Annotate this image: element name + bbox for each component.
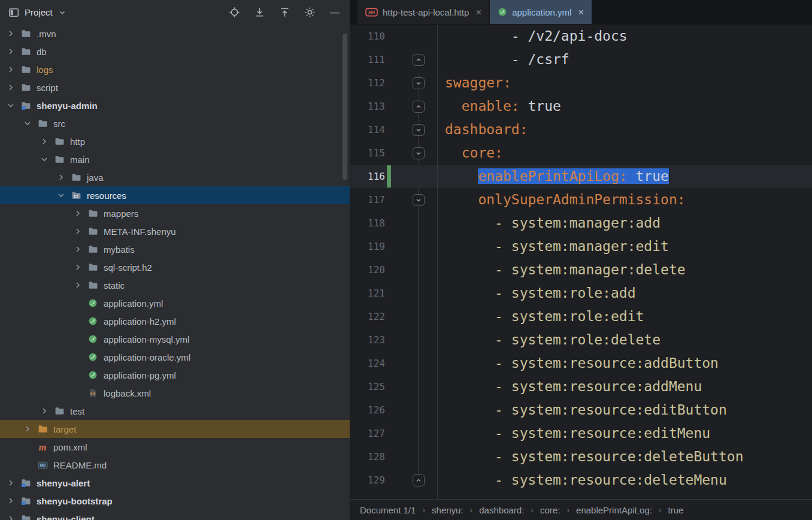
tree-item-logback.xml[interactable]: logback.xml [0,384,350,402]
chevron-down-icon[interactable] [54,188,68,202]
breadcrumb-item[interactable]: dashboard: [479,505,524,515]
chevron-right-icon[interactable] [4,62,18,77]
chevron-right-icon[interactable] [71,278,85,292]
code-line-118[interactable]: 118 - system:manager:add [350,211,812,235]
code-line-112[interactable]: 112swagger: [350,71,812,95]
chevron-right-icon[interactable] [4,26,18,41]
code-line-126[interactable]: 126 - system:resource:editButton [350,398,812,422]
code-line-128[interactable]: 128 - system:resource:deleteButton [350,445,812,468]
tree-item-db[interactable]: db [0,43,350,61]
code-text: enablePrintApiLog: true [438,165,812,188]
tree-item-shenyu-alert[interactable]: shenyu-alert [0,474,350,492]
tree-item-mybatis[interactable]: mybatis [0,240,350,258]
tree-item-shenyu-admin[interactable]: shenyu-admin [0,96,350,114]
code-line-110[interactable]: 110 - /v2/api-docs [350,25,812,48]
code-line-117[interactable]: 117 onlySuperAdminPermission: [350,188,812,211]
chevron-right-icon[interactable] [37,134,51,149]
chevron-right-icon[interactable] [71,260,85,274]
breadcrumb-item[interactable]: core: [540,505,560,515]
tree-item-application-mysql.yml[interactable]: application-mysql.yml [0,330,350,348]
chevron-right-icon[interactable] [4,512,18,520]
code-line-124[interactable]: 124 - system:resource:addButton [350,352,812,375]
code-line-125[interactable]: 125 - system:resource:addMenu [350,375,812,398]
chevron-right-icon[interactable] [71,206,85,220]
code-text: - system:manager:add [438,211,812,235]
tree-item-application.yml[interactable]: application.yml [0,294,350,312]
tree-item-README.md[interactable]: MDREADME.md [0,456,350,474]
breadcrumb-item[interactable]: true [668,505,683,515]
tree-item-target[interactable]: target [0,420,350,438]
code-line-111[interactable]: 111 - /csrf [350,48,812,71]
tree-item-mappers[interactable]: mappers [0,204,350,222]
fold-down-icon[interactable] [413,194,425,206]
tree-item-resources[interactable]: resources [0,186,350,204]
code-token: - system:resource:editButton [495,402,727,418]
settings-icon[interactable] [301,4,319,21]
fold-up-icon[interactable] [413,474,425,486]
chevron-right-icon[interactable] [37,404,51,418]
tree-item-application-pg.yml[interactable]: application-pg.yml [0,366,350,384]
code-line-123[interactable]: 123 - system:role:delete [350,328,812,352]
breadcrumb-item[interactable]: shenyu: [432,505,463,515]
code-line-119[interactable]: 119 - system:manager:edit [350,235,812,258]
collapse-all-icon[interactable] [275,4,293,21]
tree-item-script[interactable]: script [0,78,350,96]
breadcrumb-item[interactable]: Document 1/1 [360,505,416,515]
code-token: - system:role:edit [495,309,644,324]
chevron-right-icon[interactable] [4,476,18,490]
tree-item-application-oracle.yml[interactable]: application-oracle.yml [0,348,350,366]
code-line-129[interactable]: 129 - system:resource:deleteMenu [350,468,812,492]
chevron-right-icon[interactable] [71,224,85,238]
tree-item-META-INF.shenyu[interactable]: META-INF.shenyu [0,222,350,240]
tree-item-sql-script.h2[interactable]: sql-script.h2 [0,258,350,276]
code-line-122[interactable]: 122 - system:role:edit [350,305,812,328]
code-line-115[interactable]: 115 core: [350,141,812,165]
fold-down-icon[interactable] [413,124,425,136]
chevron-down-icon[interactable] [4,98,18,113]
editor[interactable]: 110 - /v2/api-docs111 - /csrf112swagger:… [350,25,812,499]
fold-down-icon[interactable] [413,77,425,89]
fold-up-icon[interactable] [413,101,425,113]
code-line-127[interactable]: 127 - system:resource:editMenu [350,422,812,445]
expand-all-icon[interactable] [250,4,268,21]
tree-item-main[interactable]: main [0,150,350,168]
chevron-down-icon[interactable] [20,116,35,131]
chevron-right-icon[interactable] [54,170,68,185]
tree-item-.mvn[interactable]: .mvn [0,25,350,43]
editor-tab-http-test-api-local.http[interactable]: APIhttp-test-api-local.http× [357,0,490,24]
tree-item-src[interactable]: src [0,114,350,132]
tree-item-pom.xml[interactable]: mpom.xml [0,438,350,456]
tree-item-http[interactable]: http [0,132,350,150]
tree-item-shenyu-bootstrap[interactable]: shenyu-bootstrap [0,492,350,510]
hide-panel-icon[interactable]: — [326,4,344,21]
tree-scrollbar[interactable] [343,34,347,180]
code-line-114[interactable]: 114dashboard: [350,118,812,141]
chevron-right-icon[interactable] [20,422,35,436]
code-line-116[interactable]: 116 enablePrintApiLog: true [350,165,812,188]
code-line-121[interactable]: 121 - system:role:add [350,282,812,305]
code-token: - system:role:delete [495,332,660,347]
code-line-113[interactable]: 113 enable: true [350,95,812,118]
fold-down-icon[interactable] [413,147,425,159]
close-icon[interactable]: × [475,7,481,17]
code-line-120[interactable]: 120 - system:manager:delete [350,258,812,282]
panel-header-actions: — [225,4,344,21]
chevron-right-icon[interactable] [4,80,18,95]
chevron-down-icon[interactable] [57,4,68,21]
chevron-right-icon[interactable] [4,44,18,59]
tree-item-shenyu-client[interactable]: shenyu-client [0,510,350,520]
chevron-right-icon[interactable] [4,494,18,508]
tree-item-java[interactable]: java [0,168,350,186]
breadcrumb-item[interactable]: enablePrintApiLog: [576,505,652,515]
tree-item-application-h2.yml[interactable]: application-h2.yml [0,312,350,330]
chevron-down-icon[interactable] [37,152,51,167]
locate-opened-file-icon[interactable] [225,4,243,21]
close-icon[interactable]: × [578,7,584,17]
fold-up-icon[interactable] [413,54,425,66]
tree-item-test[interactable]: test [0,402,350,420]
tree-item-static[interactable]: static [0,276,350,294]
editor-tab-application.yml[interactable]: application.yml× [490,0,592,24]
chevron-right-icon[interactable] [71,242,85,256]
tree-item-logs[interactable]: logs [0,61,350,78]
panel-title[interactable]: Project [25,7,53,17]
